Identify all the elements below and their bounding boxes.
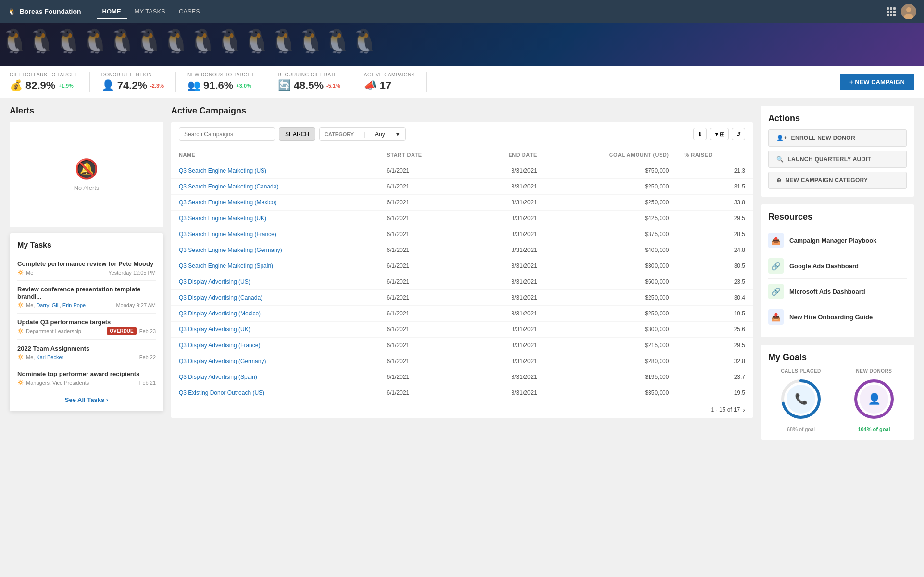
campaign-link[interactable]: Q3 Search Engine Marketing (UK): [179, 215, 266, 222]
assignee-link[interactable]: Kari Becker: [36, 354, 63, 360]
campaign-link[interactable]: Q3 Display Advertising (Germany): [179, 358, 266, 364]
task-item[interactable]: Nominate top performer award recipients …: [17, 365, 156, 390]
nav-home[interactable]: HOME: [97, 5, 127, 19]
resource-icon: 📥: [768, 233, 784, 248]
table-row[interactable]: Q3 Display Advertising (UK) 6/1/2021 8/3…: [171, 322, 753, 338]
campaign-link[interactable]: Q3 Search Engine Marketing (Mexico): [179, 199, 276, 206]
table-row[interactable]: Q3 Search Engine Marketing (Canada) 6/1/…: [171, 179, 753, 195]
enroll-donor-button[interactable]: 👤+ ENROLL NEW DONOR: [768, 129, 907, 147]
new-campaign-button[interactable]: + NEW CAMPAIGN: [840, 74, 914, 90]
table-row[interactable]: Q3 Search Engine Marketing (Mexico) 6/1/…: [171, 195, 753, 211]
pagination-text: 1 - 15 of 17: [711, 406, 740, 413]
task-item[interactable]: 2022 Team Assignments 🔅 Me, Kari Becker …: [17, 340, 156, 365]
nav-tasks[interactable]: MY TASKS: [129, 5, 171, 19]
refresh-button[interactable]: ↺: [732, 128, 745, 140]
start-date: 6/1/2021: [379, 226, 468, 242]
metric-gift-dollars: GIFT DOLLARS TO TARGET 💰 82.9% +1.9%: [10, 72, 90, 92]
campaign-link[interactable]: Q3 Display Advertising (US): [179, 278, 250, 285]
person-icon: 🔅: [17, 302, 24, 308]
download-button[interactable]: ⬇: [693, 128, 707, 140]
next-page-button[interactable]: ›: [743, 406, 745, 414]
campaign-link[interactable]: Q3 Search Engine Marketing (US): [179, 167, 266, 174]
task-date: Yesterday 12:05 PM: [108, 270, 156, 276]
filter-button[interactable]: ▼⊞: [710, 128, 729, 140]
col-end-date[interactable]: End Date: [468, 147, 545, 163]
task-name: 2022 Team Assignments: [17, 345, 156, 352]
metric-newdonors-label: NEW DONORS TO TARGET: [187, 72, 254, 77]
col-goal[interactable]: Goal Amount (USD): [545, 147, 677, 163]
search-button[interactable]: SEARCH: [279, 127, 315, 141]
resource-item[interactable]: 🔗 Google Ads Dashboard: [768, 253, 907, 279]
start-date: 6/1/2021: [379, 211, 468, 226]
goal-donors-label: NEW DONORS: [856, 368, 892, 374]
resource-item[interactable]: 📥 Campaign Manager Playbook: [768, 228, 907, 253]
table-row[interactable]: Q3 Search Engine Marketing (Spain) 6/1/2…: [171, 258, 753, 274]
table-row[interactable]: Q3 Display Advertising (US) 6/1/2021 8/3…: [171, 274, 753, 290]
task-item[interactable]: Update Q3 performance targets 🔅 Departme…: [17, 314, 156, 340]
task-meta: 🔅 Me, Kari Becker Feb 22: [17, 354, 156, 360]
task-item[interactable]: Review conference presentation template …: [17, 281, 156, 314]
see-all-tasks-link[interactable]: See All Tasks ›: [17, 396, 156, 403]
table-row[interactable]: Q3 Search Engine Marketing (US) 6/1/2021…: [171, 163, 753, 179]
campaign-link[interactable]: Q3 Search Engine Marketing (France): [179, 231, 276, 238]
campaign-link[interactable]: Q3 Display Advertising (France): [179, 342, 260, 349]
grid-icon[interactable]: [887, 7, 895, 16]
metric-recurring-icon: 🔄: [278, 79, 291, 92]
resource-item[interactable]: 📥 New Hire Onboarding Guide: [768, 304, 907, 329]
category-filter[interactable]: CATEGORY | Any ▼: [319, 127, 406, 141]
table-row[interactable]: Q3 Display Advertising (Canada) 6/1/2021…: [171, 290, 753, 306]
col-name[interactable]: Name: [171, 147, 379, 163]
percent-raised: 24.8: [676, 242, 753, 258]
table-row[interactable]: Q3 Display Advertising (Mexico) 6/1/2021…: [171, 306, 753, 322]
brand[interactable]: 🐧 Boreas Foundation: [8, 8, 81, 15]
table-row[interactable]: Q3 Search Engine Marketing (Germany) 6/1…: [171, 242, 753, 258]
percent-raised: 23.5: [676, 274, 753, 290]
campaign-link[interactable]: Q3 Existing Donor Outreach (US): [179, 389, 264, 396]
table-row[interactable]: Q3 Existing Donor Outreach (US) 6/1/2021…: [171, 385, 753, 401]
campaign-link[interactable]: Q3 Search Engine Marketing (Germany): [179, 247, 282, 253]
assignee-link[interactable]: Darryl Gill: [36, 302, 59, 308]
metric-gift-change: +1.9%: [58, 83, 74, 88]
resource-item[interactable]: 🔗 Microsoft Ads Dashboard: [768, 279, 907, 304]
metric-recurring-value: 48.5%: [294, 79, 324, 92]
percent-raised: 19.5: [676, 385, 753, 401]
end-date: 8/31/2021: [468, 226, 545, 242]
nav-links: HOME MY TASKS CASES: [97, 5, 206, 19]
col-raised[interactable]: % Raised: [676, 147, 753, 163]
person-icon: 🔅: [17, 328, 24, 334]
campaigns-panel: SEARCH CATEGORY | Any ▼ ⬇ ▼⊞ ↺ Name: [171, 122, 753, 418]
metric-campaigns-value: 17: [380, 79, 391, 92]
metric-active-campaigns: ACTIVE CAMPAIGNS 📣 17: [352, 72, 427, 92]
end-date: 8/31/2021: [468, 242, 545, 258]
table-row[interactable]: Q3 Search Engine Marketing (UK) 6/1/2021…: [171, 211, 753, 226]
table-row[interactable]: Q3 Display Advertising (France) 6/1/2021…: [171, 338, 753, 353]
start-date: 6/1/2021: [379, 306, 468, 322]
metrics-bar: GIFT DOLLARS TO TARGET 💰 82.9% +1.9% DON…: [0, 66, 924, 98]
assignee-link[interactable]: Erin Pope: [62, 302, 86, 308]
percent-raised: 28.5: [676, 226, 753, 242]
metric-campaigns-icon: 📣: [364, 79, 377, 92]
table-row[interactable]: Q3 Display Advertising (Germany) 6/1/202…: [171, 353, 753, 369]
campaign-link[interactable]: Q3 Display Advertising (Canada): [179, 294, 262, 301]
nav-cases[interactable]: CASES: [173, 5, 206, 19]
campaign-link[interactable]: Q3 Search Engine Marketing (Canada): [179, 183, 278, 190]
table-row[interactable]: Q3 Search Engine Marketing (France) 6/1/…: [171, 226, 753, 242]
start-date: 6/1/2021: [379, 353, 468, 369]
launch-audit-button[interactable]: 🔍 LAUNCH QUARTERLY AUDIT: [768, 151, 907, 168]
campaign-link[interactable]: Q3 Display Advertising (Mexico): [179, 310, 261, 317]
campaign-link[interactable]: Q3 Display Advertising (Spain): [179, 374, 257, 380]
new-category-button[interactable]: ⊕ NEW CAMPAIGN CATEGORY: [768, 172, 907, 189]
search-input[interactable]: [179, 127, 275, 141]
no-alerts-icon: 🔕: [75, 158, 99, 180]
col-start-date[interactable]: Start Date: [379, 147, 468, 163]
table-row[interactable]: Q3 Display Advertising (Spain) 6/1/2021 …: [171, 369, 753, 385]
metric-retention-value: 74.2%: [117, 79, 147, 92]
task-assignee: 🔅 Me, Darryl Gill, Erin Pope: [17, 302, 86, 308]
actions-panel: Actions 👤+ ENROLL NEW DONOR 🔍 LAUNCH QUA…: [761, 106, 914, 197]
user-avatar[interactable]: [901, 4, 916, 19]
campaign-link[interactable]: Q3 Search Engine Marketing (Spain): [179, 263, 273, 269]
no-alerts-text: No Alerts: [74, 184, 100, 191]
campaign-link[interactable]: Q3 Display Advertising (UK): [179, 326, 250, 333]
goals-title: My Goals: [768, 352, 907, 363]
task-item[interactable]: Complete performance review for Pete Moo…: [17, 255, 156, 281]
